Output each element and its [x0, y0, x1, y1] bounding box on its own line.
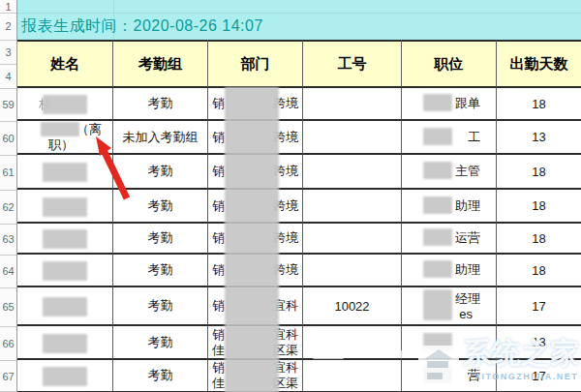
spreadsheet: 1234596061626364656667 报表生成时间：2020-08-26… — [0, 0, 581, 392]
cell-days-r67[interactable]: 17 — [497, 360, 581, 392]
position-text: 运营 — [455, 224, 480, 253]
cell-name-r66[interactable] — [17, 326, 113, 360]
cell-days-r60[interactable]: 13 — [497, 121, 581, 155]
row-header-3[interactable]: 3 — [0, 40, 16, 64]
dept-prefix: 销 — [212, 163, 225, 180]
column-header-days[interactable]: 出勤天数 — [497, 40, 581, 88]
dept-prefix: 销 — [212, 327, 225, 343]
column-header-position[interactable]: 职位 — [402, 40, 497, 88]
cell-name-r64[interactable] — [17, 255, 113, 287]
column-header-dept[interactable]: 部门 — [208, 40, 303, 88]
row-header-2[interactable]: 2 — [0, 13, 16, 40]
redaction-blur — [225, 254, 279, 287]
cell-position-r62[interactable]: 助理 — [402, 190, 497, 224]
cell-empid-r65[interactable]: 10022 — [303, 287, 402, 326]
cell-position-r59[interactable]: 跟单 — [402, 88, 497, 121]
cell-position-r66[interactable] — [402, 326, 497, 360]
cell-empid-r61[interactable] — [303, 155, 402, 190]
redaction-blur — [423, 128, 452, 145]
position-text: 助理 — [455, 255, 480, 286]
column-header-empid[interactable]: 工号 — [303, 40, 402, 88]
cell-empid-r67[interactable] — [303, 360, 402, 392]
cell-dept-r66[interactable]: 销宜科佳区渠 — [208, 326, 303, 360]
cell-position-r61[interactable]: 主管 — [402, 155, 497, 190]
redaction-blur — [423, 94, 452, 111]
cell-days-r61[interactable]: 18 — [497, 155, 581, 190]
cell-group-r67[interactable]: 考勤 — [113, 360, 208, 392]
cell-empid-r64[interactable] — [303, 255, 402, 287]
cell-group-r65[interactable]: 考勤 — [113, 287, 208, 326]
cell-dept-r64[interactable]: 销跨境 — [208, 255, 303, 287]
dept-prefix: 销 — [212, 129, 225, 146]
cell-dept-r65[interactable]: 销宜科 — [208, 287, 303, 326]
column-header-group[interactable]: 考勤组 — [113, 40, 208, 88]
cell-group-r64[interactable]: 考勤 — [113, 255, 208, 287]
dept-prefix: 佳 — [212, 376, 225, 391]
cell-group-r59[interactable]: 考勤 — [113, 88, 208, 121]
cell-dept-r67[interactable]: 销宜科佳区渠 — [208, 360, 303, 392]
dept-prefix: 销 — [212, 297, 225, 315]
row-header-67[interactable]: 67 — [0, 360, 16, 392]
cell-empid-r59[interactable] — [303, 88, 402, 121]
column-header-name[interactable]: 姓名 — [17, 40, 113, 88]
cell-days-r64[interactable]: 18 — [497, 255, 581, 287]
redaction-blur — [225, 359, 279, 392]
row-header-59[interactable]: 59 — [0, 88, 16, 121]
row-header-4[interactable]: 4 — [0, 64, 16, 88]
cell-days-r62[interactable]: 18 — [497, 190, 581, 224]
redaction-blur — [423, 289, 452, 320]
cell-days-r65[interactable]: 17 — [497, 287, 581, 326]
cell-position-r60[interactable]: 工 — [402, 121, 497, 155]
redaction-blur — [423, 260, 452, 278]
redaction-blur — [225, 325, 279, 360]
cell-position-r64[interactable]: 助理 — [402, 255, 497, 287]
row-header-1[interactable]: 1 — [0, 0, 16, 13]
cell-name-r59[interactable]: 杨 — [17, 88, 113, 121]
cell-empid-r62[interactable] — [303, 190, 402, 224]
row-header-60[interactable]: 60 — [0, 121, 16, 155]
row-header-64[interactable]: 64 — [0, 255, 16, 287]
redaction-blur — [423, 366, 452, 383]
redaction-blur — [225, 87, 279, 121]
row-header-63[interactable]: 63 — [0, 224, 16, 255]
position-text: 经理 — [455, 290, 480, 308]
redaction-blur — [423, 333, 452, 350]
position-text: 跟单 — [455, 88, 480, 119]
cell-empid-r66[interactable] — [303, 326, 402, 360]
dept-prefix: 销 — [212, 95, 225, 112]
redaction-blur — [423, 228, 452, 246]
cell-days-r63[interactable]: 18 — [497, 224, 581, 255]
name-text: 职） — [48, 136, 74, 154]
cell-days-r66[interactable]: 13 — [497, 326, 581, 360]
cell-position-r65[interactable]: 经理es — [402, 287, 497, 326]
cell-dept-r59[interactable]: 销跨境 — [208, 88, 303, 121]
row-header-61[interactable]: 61 — [0, 155, 16, 190]
cell-position-r67[interactable]: 营 — [402, 360, 497, 392]
position-text: 助理 — [455, 190, 480, 222]
cell-position-r63[interactable]: 运营 — [402, 224, 497, 255]
cell-name-r67[interactable] — [17, 360, 113, 392]
cell-dept-r63[interactable]: 销跨境 — [208, 224, 303, 255]
cell-name-r63[interactable] — [17, 224, 113, 255]
redaction-blur — [43, 163, 87, 182]
row-header-65[interactable]: 65 — [0, 287, 16, 326]
cell-group-r63[interactable]: 考勤 — [113, 224, 208, 255]
redaction-blur — [225, 286, 279, 326]
cell-empid-r60[interactable] — [303, 121, 402, 155]
position-text: es — [459, 307, 473, 321]
row-header-62[interactable]: 62 — [0, 190, 16, 224]
cell-days-r59[interactable]: 18 — [497, 88, 581, 121]
redaction-blur — [43, 367, 87, 386]
cell-dept-r62[interactable]: 销跨境 — [208, 190, 303, 224]
cell-name-r65[interactable] — [17, 287, 113, 326]
redaction-blur — [225, 120, 279, 155]
cell-dept-r60[interactable]: 销跨境 — [208, 121, 303, 155]
row-header-66[interactable]: 66 — [0, 326, 16, 360]
redaction-blur — [423, 196, 452, 214]
cell-group-r66[interactable]: 考勤 — [113, 326, 208, 360]
cell-empid-r63[interactable] — [303, 224, 402, 255]
redaction-blur — [43, 95, 87, 114]
redaction-blur — [225, 189, 279, 224]
red-arrow-annotation — [82, 131, 140, 208]
cell-dept-r61[interactable]: 销跨境 — [208, 155, 303, 190]
